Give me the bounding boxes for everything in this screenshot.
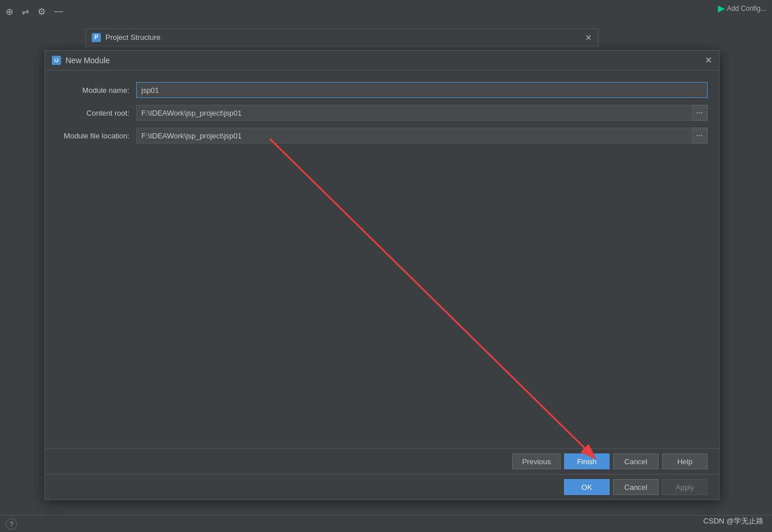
cancel-button-top[interactable]: Cancel xyxy=(613,453,659,469)
help-button[interactable]: Help xyxy=(662,453,708,469)
help-circle-button[interactable]: ? xyxy=(6,518,17,530)
finish-button[interactable]: Finish xyxy=(564,453,610,469)
nm-footer: Previous Finish Cancel Help OK Cancel Ap… xyxy=(45,448,719,500)
module-name-row: Module name: xyxy=(56,82,708,98)
nm-footer-top-row: Previous Finish Cancel Help xyxy=(45,448,719,474)
nm-form-content: Module name: Content root: ⋯ Module file… xyxy=(45,71,719,162)
bottom-status-bar: ? xyxy=(0,515,772,532)
settings-icon[interactable]: ⚙ xyxy=(38,6,46,17)
module-file-location-row: Module file location: ⋯ xyxy=(56,128,708,144)
module-file-location-input[interactable] xyxy=(136,128,691,144)
previous-button[interactable]: Previous xyxy=(512,453,561,469)
module-name-label: Module name: xyxy=(56,86,136,95)
nm-footer-bottom-row: OK Cancel Apply xyxy=(45,474,719,500)
minimize-icon[interactable]: — xyxy=(54,6,63,17)
apply-button[interactable]: Apply xyxy=(662,479,708,495)
nm-title: New Module xyxy=(66,56,110,65)
help-icon: ? xyxy=(10,521,13,527)
ps-icon: P xyxy=(92,33,101,42)
content-root-label: Content root: xyxy=(56,109,136,117)
ok-button[interactable]: OK xyxy=(564,479,610,495)
browse-icon: ⋯ xyxy=(696,109,703,117)
ps-close-button[interactable]: ✕ xyxy=(585,33,592,42)
cancel-button-bottom[interactable]: Cancel xyxy=(613,479,659,495)
top-toolbar: ⊕ ⇌ ⚙ — xyxy=(0,0,772,23)
svg-line-1 xyxy=(270,139,596,459)
csdn-watermark: CSDN @学无止路 xyxy=(703,516,763,526)
module-file-location-label: Module file location: xyxy=(56,132,136,140)
add-config-label[interactable]: Add Config... xyxy=(727,5,766,13)
content-root-input-group: ⋯ xyxy=(136,105,708,121)
content-root-browse-button[interactable]: ⋯ xyxy=(692,105,708,121)
add-config-arrow: ▶ xyxy=(718,3,725,14)
nm-close-button[interactable]: ✕ xyxy=(705,56,712,65)
browse-icon-2: ⋯ xyxy=(696,132,703,140)
ps-title: Project Structure xyxy=(105,33,161,42)
add-config-area: ▶ Add Config... xyxy=(718,3,766,14)
toolbar-icon-1[interactable]: ⊕ xyxy=(6,6,13,17)
new-module-dialog: IJ New Module ✕ Module name: Content roo… xyxy=(44,50,720,500)
nm-titlebar: IJ New Module ✕ xyxy=(45,51,719,71)
content-root-input[interactable] xyxy=(136,105,691,121)
nm-icon: IJ xyxy=(52,56,61,65)
content-root-row: Content root: ⋯ xyxy=(56,105,708,121)
module-file-location-input-group: ⋯ xyxy=(136,128,708,144)
module-file-location-browse-button[interactable]: ⋯ xyxy=(692,128,708,144)
toolbar-icon-2[interactable]: ⇌ xyxy=(22,6,29,17)
module-name-input[interactable] xyxy=(136,82,708,98)
ps-titlebar: P Project Structure ✕ xyxy=(86,29,598,46)
